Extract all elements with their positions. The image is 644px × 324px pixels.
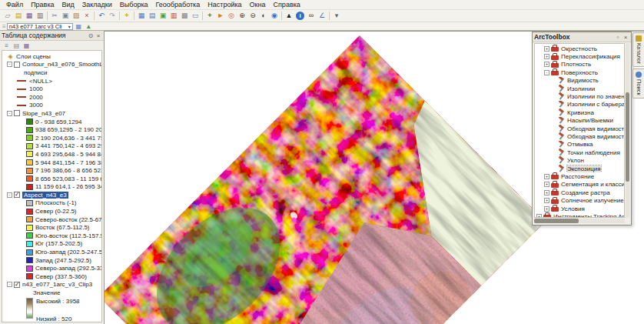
atb-row-category[interactable]: +Расстояние [535, 172, 624, 180]
arctoolbox-header[interactable]: ArcToolbox ▫ × [533, 32, 631, 42]
color-chip[interactable] [26, 168, 33, 174]
atb-row-tool[interactable]: Изолинии [535, 85, 624, 92]
atb-row-tool[interactable]: Обходная видимость 2 [535, 132, 624, 140]
color-chip[interactable] [26, 127, 33, 133]
collapse-icon[interactable]: - [7, 62, 12, 67]
zoom-in-icon[interactable]: ⊕ [237, 11, 247, 21]
toc-window-icon[interactable]: ▦ [136, 11, 147, 21]
toc-row-slope-layer[interactable]: -Slope_n43_e07 [2, 109, 101, 118]
expand-icon[interactable]: + [544, 46, 549, 52]
full-extent-icon[interactable]: ◉ [269, 11, 280, 21]
toc-row-labels[interactable]: подписи [2, 68, 101, 77]
line-symbol[interactable] [17, 80, 26, 82]
expand-icon[interactable]: + [544, 190, 549, 195]
toc-row-aspect-class[interactable]: Восток (67.5-112.5) [2, 223, 101, 232]
toc-row-contour-class[interactable]: 1000 [2, 85, 101, 93]
menu-item-bookmarks[interactable]: Закладки [78, 0, 116, 9]
toc-row-slope-class[interactable]: 2 190 204,636 - 3 441 750,141 [2, 134, 101, 142]
atb-row-tool[interactable]: Обходная видимость [535, 125, 624, 132]
navigate-icon[interactable]: + [204, 11, 215, 21]
color-chip[interactable] [26, 143, 33, 149]
atb-row-category[interactable]: +Создание растра [535, 189, 624, 196]
atb-row-category[interactable]: +Окрестность [535, 45, 624, 52]
paste-icon[interactable]: ▨ [71, 11, 81, 21]
editor-menu-icon[interactable]: ▲ [85, 23, 93, 30]
fly-icon[interactable]: ► [215, 11, 226, 21]
scrollbar-thumb[interactable] [626, 92, 629, 182]
menu-item-view[interactable]: Вид [58, 0, 78, 9]
toc-row-aspect-class[interactable]: Север (0-22.5) [2, 207, 101, 215]
menu-item-geoprocessing[interactable]: Геообработка [152, 0, 204, 9]
collapse-icon[interactable]: - [7, 111, 12, 116]
python-window-icon[interactable]: ▩ [179, 11, 190, 21]
list-by-source-icon[interactable]: ▤ [12, 42, 21, 49]
toc-row-aspect-class[interactable]: Юго-восток (112.5-157.5) [2, 232, 101, 240]
atb-row-tool[interactable]: Кривизна [535, 109, 624, 116]
pan-icon[interactable]: ◐ [258, 11, 269, 21]
line-symbol[interactable] [17, 89, 26, 90]
list-by-drawing-order-icon[interactable]: ≡ [2, 42, 11, 49]
atb-row-tool[interactable]: Точки наблюдения [535, 149, 624, 156]
toc-row-dem-layer[interactable]: -n43_e077_1arc_v3_Clip3 [2, 281, 101, 289]
color-chip[interactable] [26, 119, 33, 125]
expand-icon[interactable]: + [536, 214, 542, 218]
color-chip[interactable] [26, 151, 33, 157]
delete-icon[interactable]: × [81, 11, 92, 21]
menu-item-customize[interactable]: Настройка [204, 0, 245, 9]
toc-row-slope-class[interactable]: 0 - 938 659,1294 [2, 118, 101, 126]
atb-row-tool[interactable]: Изолинии с барьерами [535, 101, 624, 109]
find-icon[interactable]: ∞ [306, 11, 317, 21]
atb-row-category[interactable]: -Поверхность [535, 68, 624, 76]
float-window-icon[interactable]: ▫ [614, 33, 622, 41]
toc-row-contour-class[interactable]: 3000 [2, 102, 101, 110]
atb-row-tool[interactable]: Видимость [535, 77, 624, 85]
toc-row-aspect-class[interactable]: Плоскость (-1) [2, 199, 101, 208]
line-symbol[interactable] [17, 96, 26, 98]
layer-checkbox[interactable] [14, 62, 20, 68]
layer-checkbox[interactable] [14, 282, 20, 288]
search-window-icon[interactable]: ▣ [158, 11, 168, 21]
close-icon[interactable]: × [622, 33, 629, 41]
toc-row-slope-class[interactable]: 4 693 295,648 - 5 944 841,153 [2, 150, 101, 159]
save-icon[interactable]: ▦ [24, 11, 35, 21]
color-chip[interactable] [26, 273, 33, 279]
expand-icon[interactable]: + [544, 182, 549, 187]
new-document-icon[interactable]: ▱ [2, 11, 13, 21]
toc-row-contour-layer[interactable]: -Contour_n43_e076_SmoothLine2 [2, 61, 101, 69]
modelbuilder-icon[interactable]: ▭ [190, 11, 201, 21]
expand-icon[interactable]: + [544, 206, 549, 212]
color-chip[interactable] [26, 184, 33, 190]
toc-row-slope-class[interactable]: 11 159 614,1 - 26 595 342 [2, 183, 101, 192]
catalog-window-icon[interactable]: ▤ [147, 11, 158, 21]
copy-icon[interactable]: ▣ [60, 11, 71, 21]
expand-icon[interactable]: + [544, 174, 549, 179]
toc-row-aspect-class[interactable]: Запад (247.5-292.5) [2, 256, 101, 265]
toc-row-aspect-class[interactable]: Север (337.5-360) [2, 272, 101, 281]
undo-icon[interactable]: ↶ [96, 11, 107, 21]
collapse-icon[interactable]: - [544, 70, 549, 75]
toc-row-aspect-class[interactable]: Юг (157.5-202.5) [2, 240, 101, 249]
toc-row-aspect-class[interactable]: Юго-запад (202.5-247.5) [2, 248, 101, 256]
center-target-icon[interactable]: ◎ [226, 11, 237, 21]
close-icon[interactable]: × [95, 32, 102, 39]
toc-row-slope-class[interactable]: 8 656 523,083 - 11 159 614,09 [2, 175, 101, 183]
atb-row-toolbox[interactable]: +Инструменты Tracking Analyst [535, 212, 624, 218]
line-symbol[interactable] [17, 105, 26, 106]
atb-row-category[interactable]: +Солнечное излучение [535, 196, 624, 204]
color-chip[interactable] [26, 159, 33, 165]
expand-icon[interactable]: + [544, 54, 549, 59]
atb-row-category[interactable]: +Плотность [535, 61, 624, 68]
cut-icon[interactable]: ✂ [49, 11, 60, 21]
atb-row-category[interactable]: +Условия [535, 205, 624, 212]
layer-checkbox[interactable] [14, 192, 20, 198]
atb-row-tool[interactable]: Изолинии по значениям [535, 92, 624, 100]
collapse-icon[interactable]: - [7, 192, 12, 198]
chevron-down-icon[interactable]: ▾ [68, 24, 71, 29]
scrollbar-thumb[interactable] [534, 219, 579, 223]
atb-row-tool[interactable]: Насыпи/Выемки [535, 117, 624, 125]
toc-row-aspect-class[interactable]: Северо-запад (292.5-337.5) [2, 264, 101, 272]
atb-row-tool[interactable]: Уклон [535, 156, 624, 164]
attribute-table-icon[interactable]: ▦ [75, 23, 83, 30]
pin-icon[interactable]: ⊙ [87, 32, 95, 39]
toc-row-contour-class[interactable]: 2000 [2, 93, 101, 102]
